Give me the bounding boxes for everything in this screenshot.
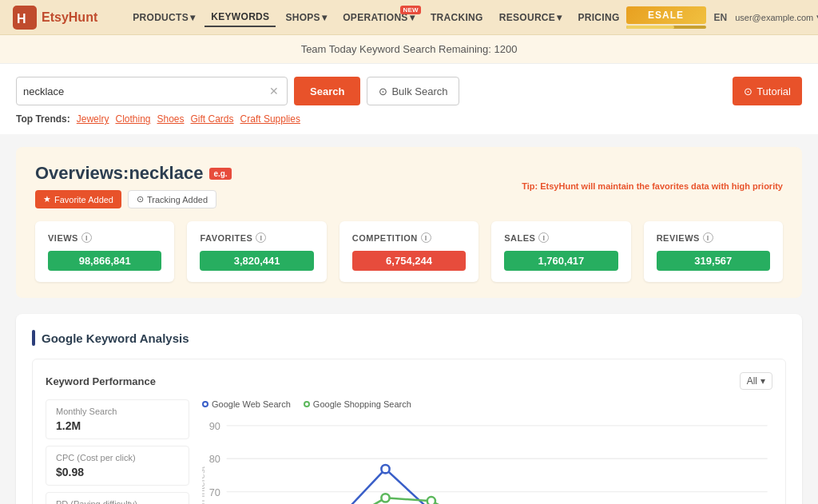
nav-item-operations[interactable]: OPERATIONS ▾ NEW xyxy=(336,9,421,26)
green-line xyxy=(248,498,752,504)
info-icon-competition[interactable]: i xyxy=(421,232,431,243)
info-icon-favorites[interactable]: i xyxy=(256,232,266,243)
metric-card-monthly: Monthly Search 1.2M xyxy=(46,399,189,439)
stat-value-favorites: 3,820,441 xyxy=(200,251,313,271)
keyword-body: Monthly Search 1.2M CPC (Cost per click)… xyxy=(46,399,772,504)
svg-text:90: 90 xyxy=(209,420,220,432)
nav-item-resource[interactable]: RESOURCE ▾ xyxy=(493,9,569,26)
chart-legend: Google Web Search Google Shopping Search xyxy=(202,399,772,409)
bulk-search-button[interactable]: ⊙ Bulk Search xyxy=(367,77,459,105)
tip-text: Tip: EtsyHunt will maintain the favorite… xyxy=(522,181,783,191)
nav-items: PRODUCTS ▾ KEYWORDS SHOPS ▾ OPERATIONS ▾… xyxy=(126,8,625,27)
search-area: ✕ Search ⊙ Bulk Search ⊙ Tutorial Top Tr… xyxy=(0,64,818,134)
tracking-icon: ⊙ xyxy=(137,194,144,204)
green-dot xyxy=(427,497,435,504)
logo-icon: H xyxy=(13,6,37,30)
esale-button[interactable]: ESALE xyxy=(626,6,706,29)
eg-badge: e.g. xyxy=(209,168,231,180)
esale-progress-fill xyxy=(626,26,674,29)
info-icon-reviews[interactable]: i xyxy=(703,232,713,243)
overviews-section: Overviews:necklace e.g. ★ Favorite Added… xyxy=(16,147,802,298)
top-trends: Top Trends: Jewelry Clothing Shoes Gift … xyxy=(16,113,802,125)
new-badge: NEW xyxy=(400,6,421,14)
svg-text:70: 70 xyxy=(209,486,220,498)
tutorial-icon: ⊙ xyxy=(744,85,752,97)
metric-value-cpc: $0.98 xyxy=(56,466,179,478)
info-icon-sales[interactable]: i xyxy=(538,232,549,243)
nav-item-tracking[interactable]: TRACKING xyxy=(424,9,490,26)
chart-container: Google Web Search Google Shopping Search… xyxy=(202,399,772,504)
svg-text:Search Interest: Search Interest xyxy=(202,466,206,504)
chevron-icon: ▾ xyxy=(557,12,562,23)
nav-item-keywords[interactable]: KEYWORDS xyxy=(204,8,276,27)
section-header: Google Keyword Analysis xyxy=(32,330,786,346)
metric-value-monthly: 1.2M xyxy=(56,419,179,432)
chart-svg: 90 80 70 60 50 Search Interest xyxy=(202,415,772,504)
keyword-section: Google Keyword Analysis Keyword Performa… xyxy=(16,314,802,504)
badge-row: ★ Favorite Added ⊙ Tracking Added xyxy=(35,190,232,208)
stat-value-competition: 6,754,244 xyxy=(352,251,466,271)
trend-shoes[interactable]: Shoes xyxy=(157,113,185,125)
trend-craft-supplies[interactable]: Craft Supplies xyxy=(240,113,300,125)
nav-item-pricing[interactable]: PRICING xyxy=(571,9,625,26)
logo-text: EtsyHunt xyxy=(42,10,97,25)
trend-jewelry[interactable]: Jewelry xyxy=(77,113,109,125)
star-icon: ★ xyxy=(43,194,51,204)
metric-label-monthly: Monthly Search xyxy=(56,407,179,416)
search-button[interactable]: Search xyxy=(294,77,360,105)
logo-area[interactable]: H EtsyHunt xyxy=(13,6,97,30)
blue-dot xyxy=(381,465,389,473)
stat-label-sales: SALES i xyxy=(504,232,617,243)
info-icon-views[interactable]: i xyxy=(81,232,92,243)
chevron-icon: ▾ xyxy=(322,12,327,23)
chevron-icon: ▾ xyxy=(190,12,195,23)
search-input-wrap: ✕ xyxy=(16,77,288,105)
keyword-inner: Keyword Performance All ▾ Monthly Search… xyxy=(32,359,786,504)
metric-label-pd: PD (Paying difficulty) xyxy=(56,499,179,504)
search-row: ✕ Search ⊙ Bulk Search ⊙ Tutorial xyxy=(16,77,802,105)
trend-gift-cards[interactable]: Gift Cards xyxy=(191,113,234,125)
stat-cards: VIEWS i 98,866,841 FAVORITES i 3,820,441… xyxy=(35,221,783,282)
keyword-perf-title: Keyword Performance xyxy=(46,375,156,387)
tracking-added-badge[interactable]: ⊙ Tracking Added xyxy=(128,190,216,208)
blue-line xyxy=(248,469,752,504)
navbar: H EtsyHunt PRODUCTS ▾ KEYWORDS SHOPS ▾ O… xyxy=(0,0,818,35)
legend-google-shopping: Google Shopping Search xyxy=(304,399,411,409)
stat-value-sales: 1,760,417 xyxy=(504,251,617,271)
stat-card-reviews: REVIEWS i 319,567 xyxy=(644,221,783,282)
stat-value-reviews: 319,567 xyxy=(657,251,770,271)
svg-text:H: H xyxy=(17,12,26,26)
stat-card-views: VIEWS i 98,866,841 xyxy=(35,221,174,282)
overviews-title: Overviews:necklace xyxy=(35,163,203,184)
section-accent xyxy=(32,330,35,346)
nav-item-products[interactable]: PRODUCTS ▾ xyxy=(126,9,201,26)
stat-label-reviews: REVIEWS i xyxy=(657,232,770,243)
overviews-title-row: Overviews:necklace e.g. xyxy=(35,163,232,184)
user-menu[interactable]: user@example.com ▾ xyxy=(735,12,818,22)
lang-selector[interactable]: EN xyxy=(714,12,728,23)
nav-right: ESALE EN user@example.com ▾ xyxy=(626,6,818,29)
nav-item-shops[interactable]: SHOPS ▾ xyxy=(279,9,333,26)
overviews-header: Overviews:necklace e.g. ★ Favorite Added… xyxy=(35,163,783,208)
favorite-added-badge[interactable]: ★ Favorite Added xyxy=(35,190,121,208)
section-title: Google Keyword Analysis xyxy=(42,331,189,345)
esale-progress xyxy=(626,26,706,29)
stat-label-favorites: FAVORITES i xyxy=(200,232,313,243)
chevron-down-icon: ▾ xyxy=(760,375,765,387)
trend-clothing[interactable]: Clothing xyxy=(115,113,150,125)
all-dropdown[interactable]: All ▾ xyxy=(740,372,772,390)
main-content: Overviews:necklace e.g. ★ Favorite Added… xyxy=(0,134,818,504)
tutorial-button[interactable]: ⊙ Tutorial xyxy=(733,77,802,105)
green-dot xyxy=(381,494,389,502)
search-input[interactable] xyxy=(23,85,268,97)
bulk-icon: ⊙ xyxy=(379,85,387,97)
top-trends-label: Top Trends: xyxy=(16,113,70,125)
stat-card-favorites: FAVORITES i 3,820,441 xyxy=(187,221,326,282)
chart-svg-area: 90 80 70 60 50 Search Interest xyxy=(202,415,772,504)
legend-dot-blue xyxy=(202,401,208,407)
clear-button[interactable]: ✕ xyxy=(268,85,280,97)
legend-dot-green xyxy=(304,401,310,407)
stat-label-competition: COMPETITION i xyxy=(352,232,466,243)
legend-google-web: Google Web Search xyxy=(202,399,291,409)
stat-card-competition: COMPETITION i 6,754,244 xyxy=(340,221,478,282)
